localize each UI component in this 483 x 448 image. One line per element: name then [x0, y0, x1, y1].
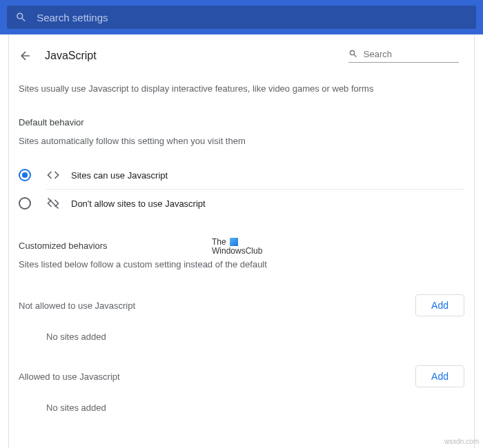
customized-heading: Customized behaviors [19, 241, 464, 251]
not-allowed-empty: No sites added [19, 326, 464, 356]
customized-section: The WindowsClub Customized behaviors Sit… [19, 241, 464, 269]
allowed-empty: No sites added [19, 397, 464, 427]
default-behavior-sub: Sites automatically follow this setting … [19, 136, 464, 146]
not-allowed-label: Not allowed to use Javascript [19, 301, 415, 311]
radio-button[interactable] [19, 197, 31, 210]
footer-watermark: wsxdn.com [444, 438, 479, 445]
code-icon [46, 168, 60, 182]
code-off-icon [46, 196, 60, 210]
add-not-allowed-button[interactable]: Add [415, 294, 464, 316]
search-settings-input[interactable] [37, 12, 468, 23]
inline-search-box[interactable] [348, 48, 459, 63]
radio-label: Don't allow sites to use Javascript [71, 198, 206, 209]
radio-label: Sites can use Javascript [71, 170, 168, 181]
radio-allow-js[interactable]: Sites can use Javascript [46, 161, 464, 189]
settings-panel: JavaScript Sites usually use Javascript … [8, 34, 475, 448]
search-icon [15, 11, 27, 23]
radio-block-js[interactable]: Don't allow sites to use Javascript [46, 189, 464, 217]
back-arrow-icon[interactable] [19, 49, 32, 63]
add-allowed-button[interactable]: Add [415, 365, 464, 387]
allowed-row: Allowed to use Javascript Add [19, 356, 464, 397]
inline-search-input[interactable] [364, 49, 459, 59]
customized-sub: Sites listed below follow a custom setti… [19, 259, 464, 269]
not-allowed-row: Not allowed to use Javascript Add [19, 285, 464, 326]
search-settings-box[interactable] [7, 6, 476, 29]
top-search-bar [0, 0, 483, 34]
search-icon [348, 48, 358, 59]
page-title: JavaScript [45, 50, 97, 62]
default-behavior-heading: Default behavior [19, 117, 464, 128]
radio-group: Sites can use Javascript Don't allow sit… [46, 161, 464, 217]
allowed-label: Allowed to use Javascript [19, 371, 415, 382]
header-row: JavaScript [19, 48, 464, 63]
intro-text: Sites usually use Javascript to display … [19, 83, 464, 94]
radio-button[interactable] [19, 169, 31, 181]
